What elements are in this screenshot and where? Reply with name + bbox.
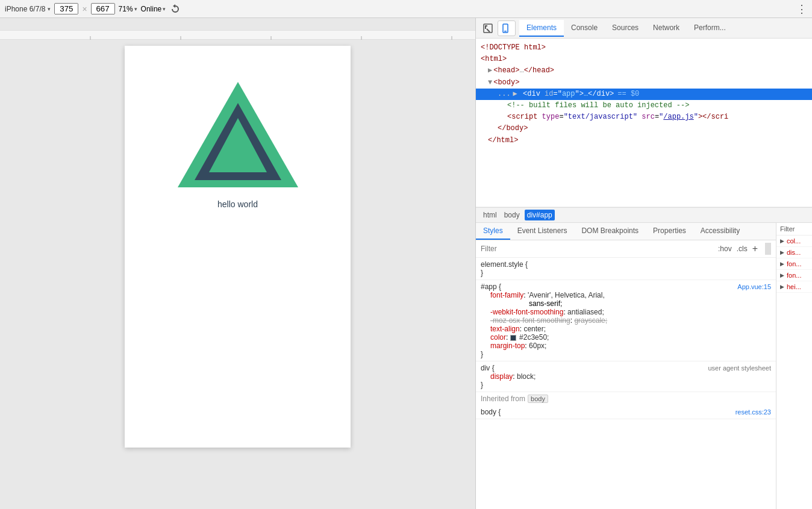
- breadcrumb-html[interactable]: html: [481, 210, 499, 220]
- font-family-cont: sans-serif;: [481, 299, 771, 308]
- div-style-rule: div { user agent stylesheet display: blo…: [476, 361, 776, 392]
- app-font-family-prop: font-family: 'Avenir', Helvetica, Arial,: [481, 291, 771, 299]
- html-line-html-close: </html>: [476, 135, 812, 146]
- margin-top-value: 60px;: [529, 342, 546, 350]
- moz-smoothing-name[interactable]: -moz-osx-font-smoothing: [481, 316, 570, 325]
- tab-performance[interactable]: Perform...: [687, 20, 733, 37]
- computed-col-item[interactable]: ▶ col...: [776, 236, 812, 247]
- tab-properties[interactable]: Properties: [646, 223, 693, 240]
- dimension-separator: ×: [82, 4, 87, 14]
- more-options-button[interactable]: ⋮: [796, 2, 807, 16]
- main-layout: hello world Elements Console Sources Net…: [0, 18, 812, 509]
- rotate-icon[interactable]: [169, 3, 181, 15]
- expand-body-icon[interactable]: ▼: [488, 77, 492, 89]
- expand-head-icon[interactable]: ▶: [488, 65, 492, 77]
- devtools-panel: Elements Console Sources Network Perform…: [476, 18, 812, 509]
- dis-arrow: ▶: [780, 249, 784, 255]
- devtools-top-nav: Elements Console Sources Network Perform…: [476, 18, 812, 39]
- styles-filter-bar: :hov .cls +: [476, 240, 776, 258]
- hov-button[interactable]: :hov: [718, 245, 732, 253]
- webkit-smoothing-name[interactable]: -webkit-font-smoothing: [481, 308, 563, 316]
- tab-event-listeners[interactable]: Event Listeners: [510, 223, 575, 240]
- devtools-left-panel: Styles Event Listeners DOM Breakpoints P…: [476, 223, 776, 509]
- display-value: block;: [517, 372, 536, 381]
- tab-console[interactable]: Console: [564, 20, 605, 37]
- webkit-smoothing-value: antialiased;: [567, 308, 604, 316]
- inherited-badge[interactable]: body: [528, 395, 548, 403]
- script-close-partial: ></scri: [698, 111, 728, 123]
- tab-accessibility[interactable]: Accessibility: [693, 223, 747, 240]
- col-arrow: ▶: [780, 238, 784, 244]
- tab-sources[interactable]: Sources: [605, 20, 646, 37]
- comment-text: <!-- built files will be auto injected -…: [507, 100, 689, 111]
- color-swatch[interactable]: [510, 335, 516, 341]
- app-style-source[interactable]: App.vue:15: [737, 283, 771, 290]
- computed-fon2-item[interactable]: ▶ fon...: [776, 270, 812, 281]
- eq0-label: == $0: [617, 89, 639, 100]
- element-style-close: }: [481, 269, 483, 277]
- display-prop: display: block;: [481, 372, 771, 381]
- color-name[interactable]: color: [481, 333, 506, 342]
- devtools-tab-list: Elements Console Sources Network Perform…: [519, 20, 733, 37]
- svg-rect-11: [504, 31, 507, 32]
- zoom-label[interactable]: 71%: [119, 5, 133, 13]
- zoom-dropdown-arrow[interactable]: ▾: [134, 6, 137, 12]
- hello-world-text: hello world: [217, 199, 258, 209]
- html-line-div-app[interactable]: ... ▶ <div id="app">…</div> == $0: [476, 89, 812, 100]
- tab-dom-breakpoints[interactable]: DOM Breakpoints: [574, 223, 646, 240]
- styles-filter-input[interactable]: [481, 245, 713, 253]
- app-style-header: #app { App.vue:15: [481, 283, 771, 291]
- cls-button[interactable]: .cls: [737, 245, 748, 253]
- device-label[interactable]: iPhone 6/7/8: [5, 5, 45, 13]
- body-style-rule: body { reset.css:23: [476, 405, 776, 419]
- html-line-body-close: </body>: [476, 123, 812, 134]
- breadcrumb-div-app[interactable]: div#app: [525, 210, 555, 220]
- html-line-comment: <!-- built files will be auto injected -…: [476, 100, 812, 111]
- ruler-ticks: [0, 30, 475, 40]
- html-line-html: <html>: [476, 54, 812, 65]
- devtools-right-sidebar: Filter ▶ col... ▶ dis... ▶ fon... ▶ fon.…: [776, 223, 812, 509]
- head-close-tag: </head>: [524, 65, 554, 77]
- network-label: Online: [141, 5, 162, 13]
- head-tag: <head>: [493, 65, 519, 77]
- tab-network[interactable]: Network: [646, 20, 687, 37]
- add-style-button[interactable]: +: [752, 243, 758, 254]
- devtools-styles-area: Styles Event Listeners DOM Breakpoints P…: [476, 223, 812, 509]
- element-style-rule: element.style { }: [476, 258, 776, 280]
- script-type-attr: type: [537, 111, 559, 123]
- body-style-header: body { reset.css:23: [481, 408, 771, 416]
- col-label: col...: [787, 237, 801, 245]
- tab-styles[interactable]: Styles: [476, 223, 510, 240]
- expand-div-app-icon[interactable]: ▶: [513, 89, 517, 100]
- inspect-element-button[interactable]: [479, 21, 496, 36]
- computed-hei-item[interactable]: ▶ hei...: [776, 281, 812, 293]
- div-app-tag: <div id="app">: [519, 89, 584, 100]
- phone-frame: hello world: [125, 46, 351, 448]
- inherited-from-row: Inherited from body: [476, 392, 776, 405]
- text-align-name[interactable]: text-align: [481, 325, 520, 333]
- computed-filter-label: Filter: [776, 223, 812, 236]
- font-family-name[interactable]: font-family: [481, 291, 523, 299]
- html-line-doctype: <!DOCTYPE html>: [476, 42, 812, 54]
- computed-fon1-item[interactable]: ▶ fon...: [776, 258, 812, 270]
- html-line-head[interactable]: ▶ <head>…</head>: [476, 65, 812, 77]
- div-selector: div {: [481, 364, 495, 372]
- html-line-body-open[interactable]: ▼ <body>: [476, 77, 812, 89]
- margin-top-name[interactable]: margin-top: [481, 342, 525, 350]
- width-input[interactable]: [54, 3, 78, 14]
- font-family-sans: sans-serif;: [529, 299, 562, 308]
- tab-elements[interactable]: Elements: [519, 20, 564, 37]
- display-name[interactable]: display: [481, 372, 513, 381]
- div-app-dots: …: [584, 89, 588, 100]
- device-toggle-button[interactable]: [498, 20, 516, 36]
- hei-arrow: ▶: [780, 284, 784, 290]
- preview-panel: hello world: [0, 18, 476, 509]
- breadcrumb-body[interactable]: body: [502, 210, 522, 220]
- device-dropdown-arrow[interactable]: ▾: [48, 6, 51, 12]
- text-align-prop: text-align: center;: [481, 325, 771, 333]
- network-throttle[interactable]: Online ▾: [141, 5, 166, 13]
- computed-dis-item[interactable]: ▶ dis...: [776, 247, 812, 258]
- height-input[interactable]: [91, 3, 115, 14]
- body-tag: <body>: [493, 77, 519, 89]
- body-style-source[interactable]: reset.css:23: [735, 408, 771, 416]
